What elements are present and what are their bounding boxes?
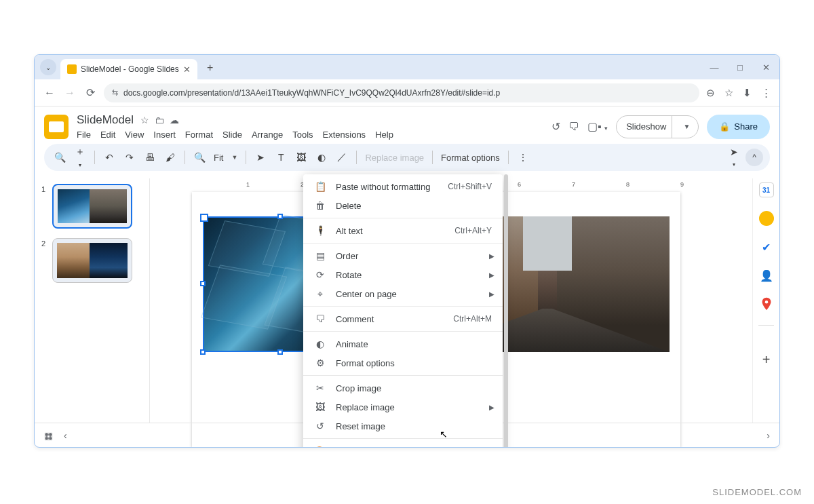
url-bar: ← → ⟳ ⇆ docs.google.com/presentation/d/1…	[35, 79, 779, 106]
submenu-arrow-icon: ▶	[489, 290, 495, 298]
keep-icon[interactable]	[759, 211, 774, 226]
star-icon[interactable]: ☆	[140, 115, 149, 125]
watermark: SLIDEMODEL.COM	[712, 487, 802, 497]
slide-panel[interactable]: 1 2	[35, 178, 143, 423]
select-tool[interactable]: ➤	[254, 152, 267, 163]
submenu-arrow-icon: ▶	[489, 271, 495, 279]
menu-help[interactable]: Help	[375, 130, 393, 140]
undo-button[interactable]: ↶	[103, 152, 115, 163]
browser-window: ⌄ SlideModel - Google Slides ✕ + — □ ✕ ←…	[34, 54, 780, 448]
slideshow-dropdown[interactable]: ▼	[678, 123, 695, 130]
browser-tabstrip: ⌄ SlideModel - Google Slides ✕ + — □ ✕	[35, 55, 779, 79]
svg-point-0	[764, 301, 768, 304]
browser-tab[interactable]: SlideModel - Google Slides ✕	[60, 59, 197, 79]
bookmark-icon[interactable]: ☆	[724, 87, 733, 99]
pointer-mode-icon[interactable]: ➤ ▾	[728, 147, 740, 168]
rotate-icon: ⟳	[314, 269, 326, 280]
context-menu-scrollbar[interactable]	[504, 174, 508, 448]
ctx-format-options[interactable]: ⚙ Format options	[303, 353, 503, 372]
ctx-order[interactable]: ▤ Order ▶	[303, 246, 503, 265]
zoom-fit[interactable]: Fit	[214, 153, 223, 163]
new-tab-button[interactable]: +	[201, 59, 219, 77]
maximize-button[interactable]: □	[732, 62, 748, 73]
toolbar-format-options[interactable]: Format options	[441, 153, 500, 163]
animate-icon: ◐	[314, 338, 326, 349]
tab-search-button[interactable]: ⌄	[40, 59, 56, 75]
search-menu-icon[interactable]: 🔍	[54, 152, 66, 163]
menu-bar: File Edit View Insert Format Slide Arran…	[77, 130, 543, 140]
replace-image-icon: 🖼	[314, 402, 326, 412]
reset-image-icon: ↺	[314, 421, 326, 431]
more-tools-icon[interactable]: ⋮	[517, 152, 529, 163]
ctx-reset-image[interactable]: ↺ Reset image	[303, 416, 503, 435]
new-slide-button[interactable]: ＋ ▾	[74, 146, 86, 169]
shape-tool[interactable]: ◐	[315, 152, 328, 163]
comments-icon[interactable]: 🗨	[568, 121, 579, 133]
ctx-rotate[interactable]: ⟳ Rotate ▶	[303, 265, 503, 284]
paste-plain-icon: 📋	[314, 181, 326, 192]
zoom-tool-icon[interactable]: 🔍	[193, 152, 206, 163]
grid-view-icon[interactable]: ▦	[44, 430, 53, 441]
url-field[interactable]: ⇆ docs.google.com/presentation/d/13AAei1…	[104, 83, 699, 102]
slides-favicon	[67, 64, 77, 74]
maps-icon[interactable]	[759, 296, 774, 311]
trash-icon: 🗑	[314, 200, 326, 211]
meet-icon[interactable]: ▢▪ ▾	[587, 120, 608, 133]
slides-logo[interactable]	[44, 115, 69, 139]
context-menu: 📋 Paste without formatting Ctrl+Shift+V …	[303, 174, 503, 448]
minimize-button[interactable]: —	[706, 62, 722, 73]
ctx-center-on-page[interactable]: ⌖ Center on page ▶	[303, 284, 503, 303]
slide-thumbnail-2[interactable]	[52, 238, 132, 283]
prev-slide-icon[interactable]: ‹	[64, 430, 67, 441]
back-button[interactable]: ←	[43, 87, 56, 99]
ctx-replace-image[interactable]: 🖼 Replace image ▶	[303, 398, 503, 416]
forward-button[interactable]: →	[63, 87, 77, 99]
menu-tools[interactable]: Tools	[292, 130, 313, 140]
document-title[interactable]: SlideModel	[77, 113, 134, 127]
contacts-icon[interactable]: 👤	[759, 268, 774, 283]
ctx-comment[interactable]: 🗨 Comment Ctrl+Alt+M	[303, 309, 503, 328]
cloud-status-icon[interactable]: ☁	[170, 115, 179, 125]
menu-arrange[interactable]: Arrange	[252, 130, 283, 140]
close-window-button[interactable]: ✕	[758, 62, 774, 73]
download-icon[interactable]: ⬇	[743, 87, 752, 99]
reload-button[interactable]: ⟳	[83, 86, 97, 99]
ctx-animate[interactable]: ◐ Animate	[303, 334, 503, 353]
ctx-paste-without-formatting[interactable]: 📋 Paste without formatting Ctrl+Shift+V	[303, 177, 503, 196]
menu-file[interactable]: File	[77, 130, 91, 140]
share-button[interactable]: 🔒 Share	[707, 115, 770, 139]
image-tool[interactable]: 🖼	[295, 152, 307, 163]
theme-icon: 🎨	[314, 446, 326, 448]
menu-edit[interactable]: Edit	[100, 130, 115, 140]
ctx-delete[interactable]: 🗑 Delete	[303, 196, 503, 215]
menu-insert[interactable]: Insert	[153, 130, 176, 140]
redo-button[interactable]: ↷	[123, 152, 136, 163]
menu-slide[interactable]: Slide	[222, 130, 242, 140]
toolbar-replace-image[interactable]: Replace image	[365, 153, 424, 163]
hide-menus-button[interactable]: ^	[745, 149, 763, 166]
slideshow-button[interactable]: Slideshow ▼	[616, 115, 699, 138]
menu-view[interactable]: View	[125, 130, 144, 140]
textbox-tool[interactable]: T	[275, 152, 287, 163]
lock-icon: 🔒	[719, 121, 730, 132]
menu-format[interactable]: Format	[185, 130, 213, 140]
print-button[interactable]: 🖶	[144, 152, 156, 163]
slide-thumbnail-1[interactable]	[52, 184, 132, 229]
history-icon[interactable]: ↺	[551, 120, 560, 133]
add-on-plus-icon[interactable]: +	[759, 352, 774, 367]
ctx-alt-text[interactable]: 🕴 Alt text Ctrl+Alt+Y	[303, 221, 503, 240]
paint-format-button[interactable]: 🖌	[164, 152, 176, 163]
zoom-icon[interactable]: ⊖	[706, 87, 715, 99]
ctx-add-to-theme[interactable]: 🎨 Add to theme ▶	[303, 442, 503, 448]
browser-menu-icon[interactable]: ⋮	[761, 87, 771, 99]
next-slide-icon[interactable]: ›	[767, 430, 770, 441]
close-tab-icon[interactable]: ✕	[183, 64, 191, 75]
site-info-icon[interactable]: ⇆	[112, 88, 118, 97]
move-icon[interactable]: 🗀	[155, 115, 164, 125]
accessibility-icon: 🕴	[314, 225, 326, 236]
ctx-crop-image[interactable]: ✂ Crop image	[303, 379, 503, 398]
line-tool[interactable]: ／	[336, 151, 348, 163]
menu-extensions[interactable]: Extensions	[323, 130, 366, 140]
calendar-icon[interactable]: 31	[759, 182, 774, 197]
tasks-icon[interactable]: ✔	[759, 239, 774, 254]
